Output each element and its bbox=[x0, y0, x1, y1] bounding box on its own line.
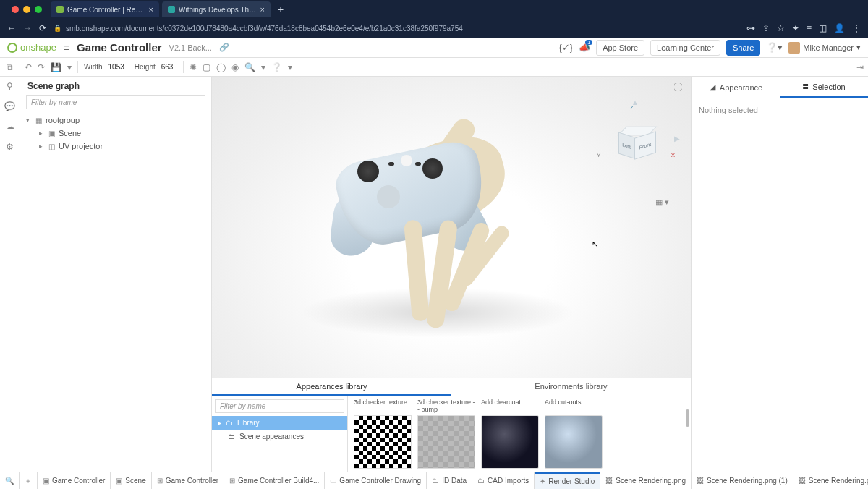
appearance-thumb[interactable]: Add clearcoat bbox=[481, 399, 539, 469]
browser-tab-active[interactable]: Game Controller | Render Stud × bbox=[51, 1, 159, 17]
brand-logo[interactable]: onshape bbox=[7, 42, 56, 53]
learning-center-button[interactable]: Learning Center bbox=[650, 40, 720, 56]
close-tab-icon[interactable]: × bbox=[260, 5, 265, 14]
help-icon[interactable]: ❔▾ bbox=[766, 42, 783, 53]
footer-tab[interactable]: 🖼Scene Rendering.png (2) bbox=[793, 472, 868, 489]
search-icon: 🔍 bbox=[5, 477, 14, 485]
help-icon[interactable]: ❔ bbox=[271, 62, 282, 72]
message-icon[interactable]: ◯ bbox=[216, 62, 226, 72]
zoom-icon[interactable]: 🔍 bbox=[244, 62, 255, 72]
cube-menu-icon[interactable]: ▦ ▾ bbox=[655, 197, 669, 207]
library-folder-library[interactable]: ▸ 🗀 Library bbox=[212, 416, 347, 430]
camera-icon[interactable]: ▢ bbox=[203, 62, 210, 72]
fullscreen-icon[interactable]: ⛶ bbox=[673, 82, 682, 93]
right-inspector-panel: ◪ Appearance ≣ Selection Nothing selecte… bbox=[691, 77, 868, 472]
tree-item-scene[interactable]: ▸ ▣ Scene bbox=[26, 127, 205, 140]
hamburger-menu-icon[interactable]: ≡ bbox=[64, 42, 69, 54]
tab-appearances-library[interactable]: Appearances library bbox=[212, 378, 451, 396]
adjust-icon[interactable]: ⚲ bbox=[7, 81, 13, 91]
menu-icon[interactable]: ⋮ bbox=[852, 23, 861, 33]
footer-tab[interactable]: 🖼Scene Rendering.png (1) bbox=[692, 472, 793, 489]
redo-icon[interactable]: ↷ bbox=[38, 62, 45, 72]
cloud-icon[interactable]: ☁ bbox=[6, 122, 14, 132]
footer-tab-active[interactable]: ✦Render Studio bbox=[535, 472, 600, 489]
folder-icon: 🗀 bbox=[477, 477, 485, 485]
footer-tab[interactable]: 🖼Scene Rendering.png bbox=[600, 472, 692, 489]
forward-button[interactable]: → bbox=[23, 23, 32, 33]
left-rail: ⚲ 💬 ☁ ⚙ bbox=[0, 77, 20, 472]
axis-y-label: Y bbox=[597, 152, 600, 158]
panel-toggle-icon[interactable]: ⧉ bbox=[7, 62, 13, 72]
app-toolbar: ↶ ↷ 💾 ▾ Width 1053 Height 663 ✺ ▢ ◯ ◉ 🔍 … bbox=[20, 58, 868, 77]
browser-tab[interactable]: Withings Develops The World × bbox=[162, 1, 271, 17]
library-scrollbar[interactable] bbox=[684, 396, 691, 472]
tree-item-uv-projector[interactable]: ▸ ◫ UV projector bbox=[26, 140, 205, 153]
viewport-3d[interactable]: ⛶ ↖ ▲ ▶ bbox=[212, 77, 691, 378]
scene-graph-title: Scene graph bbox=[20, 77, 211, 95]
save-icon[interactable]: 💾 bbox=[51, 62, 61, 72]
close-tab-icon[interactable]: × bbox=[149, 5, 153, 14]
export-icon[interactable]: ⇥ bbox=[856, 62, 864, 72]
cube-face-left[interactable]: Left bbox=[618, 132, 634, 158]
caret-down-icon[interactable]: ▾ bbox=[26, 116, 32, 124]
gear-icon[interactable]: ⚙ bbox=[6, 142, 14, 152]
minimize-window-icon[interactable] bbox=[23, 6, 30, 13]
profile-icon[interactable]: 👤 bbox=[834, 23, 845, 33]
cube-arrow-right-icon[interactable]: ▶ bbox=[674, 135, 680, 143]
footer-tab[interactable]: 🗀ID Data bbox=[427, 472, 472, 489]
chevron-down-icon[interactable]: ▾ bbox=[67, 62, 72, 72]
panel-icon[interactable]: ◫ bbox=[819, 23, 827, 33]
footer-tab[interactable]: ▣Game Controller bbox=[38, 472, 111, 489]
footer-tab[interactable]: 🗀CAD Imports bbox=[472, 472, 535, 489]
window-controls[interactable] bbox=[6, 6, 48, 13]
tab-appearance[interactable]: ◪ Appearance bbox=[692, 77, 780, 98]
document-subtitle[interactable]: V2.1 Back... bbox=[169, 43, 212, 52]
scene-graph-filter[interactable]: Filter by name bbox=[26, 95, 205, 109]
footer-tab[interactable]: ▭Game Controller Drawing bbox=[325, 472, 427, 489]
footer-search[interactable]: 🔍 bbox=[0, 472, 20, 489]
light-icon[interactable]: ◉ bbox=[231, 62, 239, 72]
appearance-thumb[interactable]: Add cut-outs bbox=[545, 399, 603, 469]
back-button[interactable]: ← bbox=[7, 23, 16, 33]
footer-tab[interactable]: ⊞Game Controller bbox=[152, 472, 224, 489]
tab-environments-library[interactable]: Environments library bbox=[451, 378, 691, 396]
url-bar[interactable]: 🔒 smb.onshape.com/documents/c0372de100d7… bbox=[54, 25, 739, 33]
caret-right-icon[interactable]: ▸ bbox=[39, 129, 45, 137]
link-icon[interactable]: 🔗 bbox=[219, 43, 229, 52]
notifications-icon[interactable]: 📣1 bbox=[579, 42, 590, 53]
folder-icon: 🗀 bbox=[432, 477, 439, 485]
key-icon[interactable]: ⊶ bbox=[746, 23, 755, 33]
footer-add[interactable]: ＋ bbox=[20, 472, 38, 489]
settings-icon[interactable]: ✺ bbox=[190, 62, 197, 72]
appearance-thumb[interactable]: 3d checker texture bbox=[354, 399, 412, 469]
user-menu[interactable]: Mike Manager ▾ bbox=[788, 42, 861, 54]
undo-icon[interactable]: ↶ bbox=[25, 62, 32, 72]
chevron-down-icon[interactable]: ▾ bbox=[288, 62, 292, 72]
width-value[interactable]: 1053 bbox=[109, 63, 124, 71]
height-value[interactable]: 663 bbox=[161, 63, 174, 71]
library-filter[interactable]: Filter by name bbox=[215, 399, 344, 413]
view-cube[interactable]: ▲ ▶ Left Front X Y Z ▦ ▾ bbox=[604, 113, 669, 185]
reload-button[interactable]: ⟳ bbox=[39, 23, 46, 33]
footer-tab[interactable]: ▣Scene bbox=[111, 472, 151, 489]
app-store-button[interactable]: App Store bbox=[596, 40, 644, 56]
caret-right-icon[interactable]: ▸ bbox=[39, 143, 45, 150]
share-button[interactable]: Share bbox=[726, 40, 760, 56]
list-icon[interactable]: ≡ bbox=[807, 23, 812, 33]
chat-icon[interactable]: 💬 bbox=[4, 101, 15, 111]
branch-icon[interactable]: {✓} bbox=[558, 42, 573, 53]
star-icon[interactable]: ☆ bbox=[777, 23, 785, 33]
chevron-down-icon[interactable]: ▾ bbox=[261, 62, 265, 72]
share-icon[interactable]: ⇪ bbox=[762, 23, 770, 33]
new-tab-button[interactable]: + bbox=[273, 4, 288, 15]
extension-icon[interactable]: ✦ bbox=[792, 23, 799, 33]
appearance-thumb[interactable]: 3d checker texture -- bump bbox=[417, 399, 475, 469]
tree-item-rootgroup[interactable]: ▾ ▦ rootgroup bbox=[26, 114, 205, 127]
library-folder-scene-appearances[interactable]: 🗀 Scene appearances bbox=[212, 430, 347, 443]
close-window-icon[interactable] bbox=[12, 6, 19, 13]
tab-selection[interactable]: ≣ Selection bbox=[780, 77, 868, 98]
image-icon: 🖼 bbox=[697, 477, 704, 485]
footer-tabs: 🔍 ＋ ▣Game Controller ▣Scene ⊞Game Contro… bbox=[0, 472, 868, 489]
footer-tab[interactable]: ⊞Game Controller Build4... bbox=[224, 472, 325, 489]
maximize-window-icon[interactable] bbox=[35, 6, 42, 13]
